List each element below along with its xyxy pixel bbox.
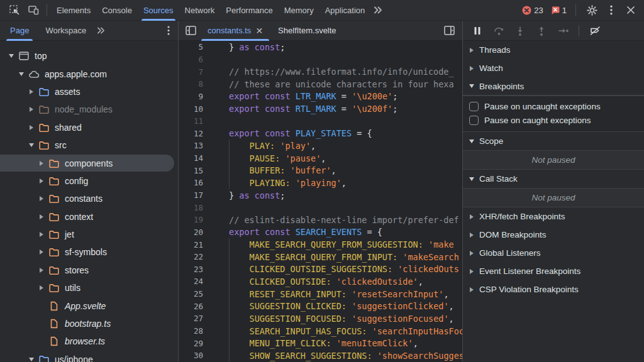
code-line[interactable]: 15 BUFFER: 'buffer', [179,164,462,177]
line-number[interactable]: 5 [179,42,215,52]
section-breakpoints[interactable]: Breakpoints [463,77,644,96]
tree-expanded-arrow-icon[interactable] [6,54,16,58]
tree-item-bootstrap-ts[interactable]: bootstrap.ts [0,315,178,332]
step-button[interactable] [553,23,572,39]
main-tab-elements[interactable]: Elements [51,0,96,21]
navigator-tab-workspace[interactable]: Workspace [39,21,92,41]
line-number[interactable]: 15 [179,166,215,175]
more-navigator-tabs-icon[interactable] [92,23,109,39]
tree-item-shared[interactable]: shared [0,119,178,136]
tree-collapsed-arrow-icon[interactable] [36,285,46,290]
code-line[interactable]: 22 MAKE_SEARCH_QUERY_FROM_INPUT: 'makeSe… [179,251,462,263]
section-watch[interactable]: Watch [463,59,644,77]
pause-button[interactable] [468,23,487,39]
line-number[interactable]: 27 [179,314,215,323]
tree-item-top[interactable]: top [0,47,178,65]
line-number[interactable]: 30 [179,351,215,360]
tree-collapsed-arrow-icon[interactable] [36,214,46,219]
main-tab-performance[interactable]: Performance [220,0,278,21]
line-number[interactable]: 25 [179,289,215,299]
code-line[interactable]: 7// https://www.fileformat.info/info/uni… [179,65,462,78]
tree-item-jet[interactable]: jet [0,226,178,243]
main-tab-network[interactable]: Network [179,0,221,21]
tree-collapsed-arrow-icon[interactable] [36,161,46,166]
tree-item-apps-apple-com[interactable]: apps.apple.com [0,65,178,82]
tree-item-browser-ts[interactable]: browser.ts [0,332,178,350]
line-number[interactable]: 7 [179,67,215,77]
inspect-element-icon[interactable] [5,2,24,18]
code-line[interactable]: 29 MENU_ITEM_CLICK: 'menuItemClick', [179,337,462,349]
tree-expanded-arrow-icon[interactable] [16,72,26,76]
tree-collapsed-arrow-icon[interactable] [36,232,46,237]
code-line[interactable]: 26 SUGGESTION_CLICKED: 'suggestionClicke… [179,300,462,312]
step-out-button[interactable] [532,23,551,39]
code-line[interactable]: 20export const SEARCH_EVENTS = { [179,226,462,239]
section-call-stack[interactable]: Call Stack [463,170,644,188]
checkbox-row[interactable]: Pause on caught exceptions [463,114,644,128]
line-number[interactable]: 26 [179,302,215,311]
code-line[interactable]: 9export const LTR_MARK = '\u200e'; [179,90,462,103]
line-number[interactable]: 10 [179,104,215,114]
checkbox-row[interactable]: Pause on uncaught exceptions [463,99,644,114]
tree-item-constants[interactable]: constants [0,190,178,207]
code-line[interactable]: 8// these are unicode characters in four… [179,78,462,90]
tree-item-config[interactable]: config [0,172,178,190]
section-scope[interactable]: Scope [463,132,644,150]
section-event-listener-breakpoints[interactable]: Event Listener Breakpoints [463,262,644,280]
tree-item-sf-symbols[interactable]: sf-symbols [0,243,178,261]
tree-item-components[interactable]: components [0,154,178,172]
line-number[interactable]: 12 [179,129,215,138]
step-into-button[interactable] [511,23,530,39]
tree-item-app-svelte[interactable]: App.svelte [0,297,178,314]
section-global-listeners[interactable]: Global Listeners [463,244,644,262]
section-threads[interactable]: Threads [463,41,644,59]
code-line[interactable]: 25 RESET_SEARCH_INPUT: 'resetSearchInput… [179,288,462,300]
tree-item-us-iphone[interactable]: us/iphone [0,351,178,362]
close-tab-icon[interactable]: ✕ [255,26,263,35]
device-toolbar-icon[interactable] [24,2,43,18]
main-tab-memory[interactable]: Memory [279,0,319,21]
section-xhr-fetch-breakpoints[interactable]: XHR/fetch Breakpoints [463,207,644,226]
tree-collapsed-arrow-icon[interactable] [36,196,46,201]
code-line[interactable]: 16 PLAYING: 'playing', [179,177,462,189]
editor-tab-constants-ts[interactable]: constants.ts✕ [200,21,270,41]
line-number[interactable]: 20 [179,228,215,237]
tree-collapsed-arrow-icon[interactable] [36,268,46,273]
line-number[interactable]: 29 [179,339,215,348]
checkbox-unchecked[interactable] [469,102,479,111]
tree-collapsed-arrow-icon[interactable] [26,89,36,94]
code-line[interactable]: 27 SUGGESTION_FOCUSED: 'suggestionFocuse… [179,312,462,325]
line-number[interactable]: 28 [179,326,215,336]
editor-tab-shelfitem-svelte[interactable]: ShelfItem.svelte [270,21,348,41]
code-line[interactable]: 19// eslint-disable-next-line import/pre… [179,214,462,226]
code-line[interactable]: 5} as const; [179,41,462,53]
line-number[interactable]: 21 [179,240,215,250]
code-editor[interactable]: 5} as const;67// https://www.fileformat.… [179,41,462,362]
code-line[interactable]: 28 SEARCH_INPUT_HAS_FOCUS: 'searchInputH… [179,325,462,337]
line-number[interactable]: 24 [179,277,215,286]
console-errors-badge[interactable]: 23 [519,6,545,15]
line-number[interactable]: 14 [179,153,215,163]
tree-item-node-modules[interactable]: node_modules [0,101,178,118]
tree-item-stores[interactable]: stores [0,261,178,279]
line-number[interactable]: 16 [179,178,215,187]
main-tab-console[interactable]: Console [96,0,138,21]
navigator-tab-page[interactable]: Page [4,21,35,41]
code-line[interactable]: 13 PLAY: 'play', [179,140,462,152]
code-line[interactable]: 11 [179,115,462,128]
kebab-menu-icon[interactable] [604,2,619,18]
code-line[interactable]: 12export const PLAY_STATES = { [179,127,462,140]
hide-navigator-icon[interactable] [181,23,200,39]
line-number[interactable]: 22 [179,252,215,261]
main-tab-sources[interactable]: Sources [138,0,179,21]
section-csp-violation-breakpoints[interactable]: CSP Violation Breakpoints [463,280,644,299]
line-number[interactable]: 11 [179,116,215,126]
code-line[interactable]: 21 MAKE_SEARCH_QUERY_FROM_SUGGESTION: 'm… [179,238,462,251]
tree-collapsed-arrow-icon[interactable] [26,125,36,130]
tree-item-assets[interactable]: assets [0,83,178,101]
tree-item-src[interactable]: src [0,136,178,154]
tree-collapsed-arrow-icon[interactable] [26,107,36,112]
code-line[interactable]: 10export const RTL_MARK = '\u200f'; [179,102,462,115]
line-number[interactable]: 17 [179,190,215,200]
tree-expanded-arrow-icon[interactable] [26,358,36,361]
